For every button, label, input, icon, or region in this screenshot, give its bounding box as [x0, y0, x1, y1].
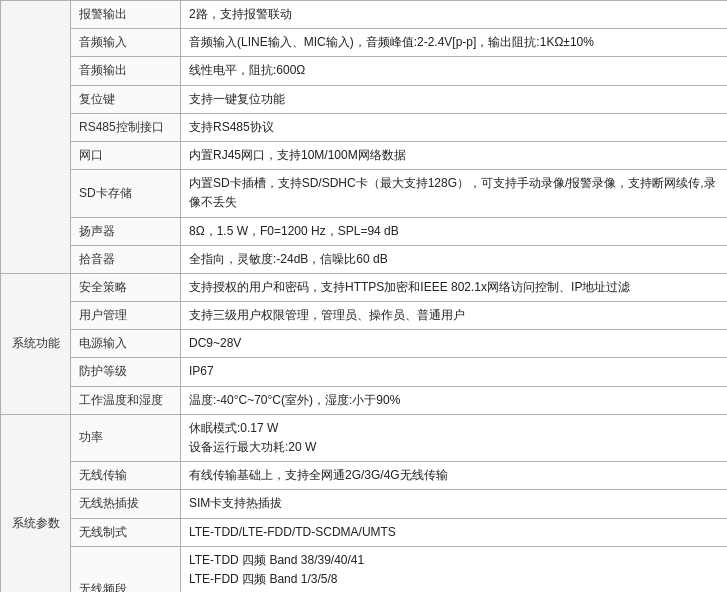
value-cell: 有线传输基础上，支持全网通2G/3G/4G无线传输 [181, 462, 728, 490]
value-cell: DC9~28V [181, 330, 728, 358]
feature-cell: 拾音器 [71, 245, 181, 273]
feature-cell: 音频输入 [71, 29, 181, 57]
value-cell: 支持三级用户权限管理，管理员、操作员、普通用户 [181, 302, 728, 330]
table-row: 拾音器全指向，灵敏度:-24dB，信噪比60 dB [1, 245, 728, 273]
feature-cell: 无线热插拔 [71, 490, 181, 518]
feature-cell: 无线传输 [71, 462, 181, 490]
feature-cell: 网口 [71, 141, 181, 169]
value-cell: 支持RS485协议 [181, 113, 728, 141]
value-cell: 温度:-40°C~70°C(室外)，湿度:小于90% [181, 386, 728, 414]
feature-cell: SD卡存储 [71, 170, 181, 217]
table-row: 扬声器8Ω，1.5 W，F0=1200 Hz，SPL=94 dB [1, 217, 728, 245]
feature-cell: 音频输出 [71, 57, 181, 85]
spec-table: 报警输出2路，支持报警联动音频输入音频输入(LINE输入、MIC输入)，音频峰值… [0, 0, 727, 592]
value-cell: LTE-TDD/LTE-FDD/TD-SCDMA/UMTS [181, 518, 728, 546]
feature-cell: 无线频段 [71, 546, 181, 592]
value-cell: 音频输入(LINE输入、MIC输入)，音频峰值:2-2.4V[p-p]，输出阻抗… [181, 29, 728, 57]
value-cell: 2路，支持报警联动 [181, 1, 728, 29]
value-cell: IP67 [181, 358, 728, 386]
value-cell: 全指向，灵敏度:-24dB，信噪比60 dB [181, 245, 728, 273]
table-row: 无线热插拔SIM卡支持热插拔 [1, 490, 728, 518]
category-cell: 系统功能 [1, 273, 71, 414]
table-row: 无线制式LTE-TDD/LTE-FDD/TD-SCDMA/UMTS [1, 518, 728, 546]
feature-cell: 无线制式 [71, 518, 181, 546]
feature-cell: 防护等级 [71, 358, 181, 386]
feature-cell: 扬声器 [71, 217, 181, 245]
table-row: 无线传输有线传输基础上，支持全网通2G/3G/4G无线传输 [1, 462, 728, 490]
table-row: SD卡存储内置SD卡插槽，支持SD/SDHC卡（最大支持128G），可支持手动录… [1, 170, 728, 217]
table-row: 无线频段LTE-TDD 四频 Band 38/39/40/41LTE-FDD 四… [1, 546, 728, 592]
table-row: 报警输出2路，支持报警联动 [1, 1, 728, 29]
feature-cell: 用户管理 [71, 302, 181, 330]
table-row: 音频输入音频输入(LINE输入、MIC输入)，音频峰值:2-2.4V[p-p]，… [1, 29, 728, 57]
table-row: 电源输入DC9~28V [1, 330, 728, 358]
feature-cell: 功率 [71, 414, 181, 461]
feature-cell: RS485控制接口 [71, 113, 181, 141]
feature-cell: 复位键 [71, 85, 181, 113]
value-cell: 8Ω，1.5 W，F0=1200 Hz，SPL=94 dB [181, 217, 728, 245]
value-cell: 休眠模式:0.17 W设备运行最大功耗:20 W [181, 414, 728, 461]
table-row: 防护等级IP67 [1, 358, 728, 386]
table-row: 系统功能安全策略支持授权的用户和密码，支持HTTPS加密和IEEE 802.1x… [1, 273, 728, 301]
category-cell: 系统参数 [1, 414, 71, 592]
table-row: 网口内置RJ45网口，支持10M/100M网络数据 [1, 141, 728, 169]
table-row: 系统参数功率休眠模式:0.17 W设备运行最大功耗:20 W [1, 414, 728, 461]
value-cell: 内置RJ45网口，支持10M/100M网络数据 [181, 141, 728, 169]
table-row: 复位键支持一键复位功能 [1, 85, 728, 113]
value-cell: 线性电平，阻抗:600Ω [181, 57, 728, 85]
category-cell [1, 1, 71, 274]
table-row: 用户管理支持三级用户权限管理，管理员、操作员、普通用户 [1, 302, 728, 330]
feature-cell: 工作温度和湿度 [71, 386, 181, 414]
feature-cell: 安全策略 [71, 273, 181, 301]
value-cell: LTE-TDD 四频 Band 38/39/40/41LTE-FDD 四频 Ba… [181, 546, 728, 592]
value-cell: SIM卡支持热插拔 [181, 490, 728, 518]
table-row: 工作温度和湿度温度:-40°C~70°C(室外)，湿度:小于90% [1, 386, 728, 414]
feature-cell: 报警输出 [71, 1, 181, 29]
value-cell: 支持一键复位功能 [181, 85, 728, 113]
value-cell: 内置SD卡插槽，支持SD/SDHC卡（最大支持128G），可支持手动录像/报警录… [181, 170, 728, 217]
table-row: RS485控制接口支持RS485协议 [1, 113, 728, 141]
table-row: 音频输出线性电平，阻抗:600Ω [1, 57, 728, 85]
value-cell: 支持授权的用户和密码，支持HTTPS加密和IEEE 802.1x网络访问控制、I… [181, 273, 728, 301]
feature-cell: 电源输入 [71, 330, 181, 358]
